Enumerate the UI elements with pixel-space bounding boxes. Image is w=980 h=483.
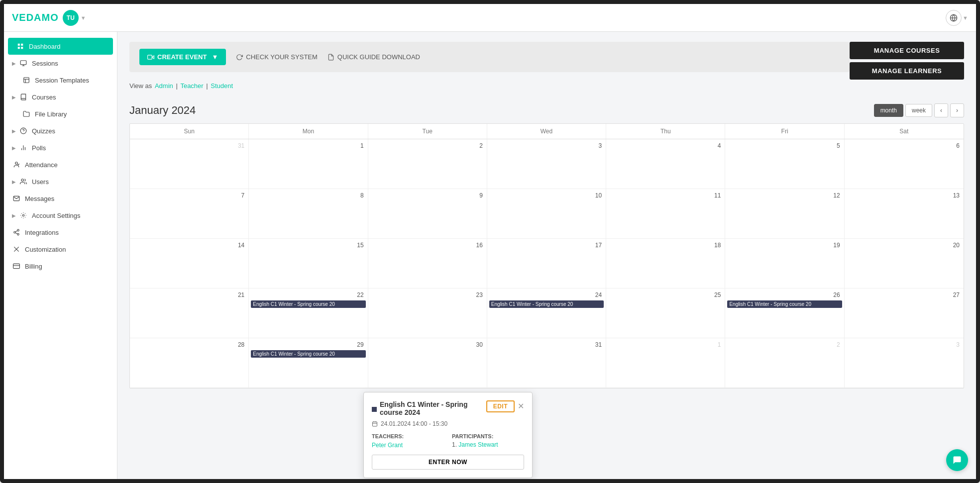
account-settings-arrow: ▶	[12, 213, 16, 218]
sidebar-item-customization[interactable]: Customization	[4, 241, 117, 258]
calendar-cell-14: 13	[845, 189, 964, 239]
popup-participants-col: Participants: 1. James Stewart	[452, 433, 524, 449]
svg-line-21	[15, 233, 17, 234]
sidebar-item-messages[interactable]: Messages	[4, 190, 117, 207]
calendar-cell-18: 17	[487, 239, 606, 289]
calendar-cell-25: 24English C1 Winter - Spring course 20	[487, 289, 606, 338]
calendar-cell-3: 2	[368, 139, 487, 189]
check-system-link[interactable]: CHECK YOUR SYSTEM	[236, 53, 318, 61]
event-tag[interactable]: English C1 Winter - Spring course 20	[251, 300, 365, 308]
sidebar-item-dashboard[interactable]: Dashboard	[8, 38, 113, 55]
quizzes-icon	[19, 126, 28, 135]
close-popup-button[interactable]: ✕	[518, 402, 524, 410]
calendar-icon	[372, 421, 378, 427]
sidebar-item-label: Users	[32, 178, 49, 186]
week-view-button[interactable]: week	[905, 104, 932, 117]
sidebar-item-label: Attendance	[25, 161, 58, 169]
view-as-teacher[interactable]: Teacher	[180, 82, 203, 90]
sidebar-item-quizzes[interactable]: ▶ Quizzes	[4, 122, 117, 139]
day-sun: Sun	[130, 124, 249, 139]
next-month-button[interactable]: ›	[950, 103, 964, 117]
popup-actions: EDIT ✕	[486, 400, 524, 412]
right-actions: MANAGE COURSES MANAGE LEARNERS	[850, 42, 964, 80]
svg-rect-7	[24, 78, 29, 83]
attendance-icon	[12, 160, 21, 169]
users-arrow: ▶	[12, 179, 16, 185]
sidebar-item-session-templates[interactable]: Session Templates	[4, 72, 117, 89]
svg-rect-5	[21, 47, 23, 49]
calendar-cell-21: 20	[845, 239, 964, 289]
prev-month-button[interactable]: ‹	[934, 103, 948, 117]
quick-guide-link[interactable]: QUICK GUIDE DOWNLOAD	[327, 53, 420, 61]
calendar-days-header: Sun Mon Tue Wed Thu Fri Sat	[130, 124, 964, 139]
calendar-cell-15: 14	[130, 239, 249, 289]
avatar-button[interactable]: TU	[63, 10, 79, 26]
account-menu-button[interactable]	[946, 10, 962, 26]
billing-icon	[12, 262, 21, 271]
calendar-cell-20: 19	[725, 239, 844, 289]
view-as-student[interactable]: Student	[211, 82, 233, 90]
event-tag[interactable]: English C1 Winter - Spring course 20	[251, 350, 365, 358]
calendar-cell-34: 2	[725, 338, 844, 388]
sidebar-item-label: Session Templates	[35, 77, 89, 84]
sidebar-item-label: File Library	[35, 110, 67, 118]
create-event-button[interactable]: CREATE EVENT ▼	[139, 49, 226, 65]
svg-point-18	[17, 229, 19, 231]
chat-icon	[952, 455, 962, 465]
calendar-cells: 3112345678910111213141516171819202122Eng…	[130, 139, 964, 388]
account-dropdown-arrow[interactable]: ▼	[963, 15, 968, 21]
sidebar-item-courses[interactable]: ▶ Courses	[4, 89, 117, 105]
calendar-cell-1: 31	[130, 139, 249, 189]
courses-arrow: ▶	[12, 95, 16, 100]
sidebar-item-label: Polls	[32, 144, 46, 152]
create-event-dropdown-arrow: ▼	[212, 53, 218, 61]
users-icon	[19, 177, 28, 186]
calendar-cell-35: 3	[845, 338, 964, 388]
sidebar-item-label: Courses	[32, 94, 56, 101]
svg-rect-6	[20, 61, 26, 65]
calendar-cell-17: 16	[368, 239, 487, 289]
teacher-link[interactable]: Peter Grant	[372, 442, 403, 449]
calendar-cell-7: 6	[845, 139, 964, 189]
sidebar-item-label: Account Settings	[32, 212, 81, 219]
sidebar-item-polls[interactable]: ▶ Polls	[4, 139, 117, 156]
sidebar-item-label: Dashboard	[29, 43, 61, 50]
view-as-admin[interactable]: Admin	[155, 82, 173, 90]
sessions-arrow: ▶	[12, 61, 16, 66]
participants-list: 1. James Stewart	[452, 441, 524, 448]
manage-courses-button[interactable]: MANAGE COURSES	[850, 42, 964, 59]
action-bar: CREATE EVENT ▼ CHECK YOUR SYSTEM QUICK G…	[129, 42, 850, 72]
sidebar-item-attendance[interactable]: Attendance	[4, 156, 117, 173]
calendar-cell-31: 30	[368, 338, 487, 388]
sidebar-item-integrations[interactable]: Integrations	[4, 224, 117, 241]
svg-point-19	[14, 231, 16, 233]
sidebar-item-account-settings[interactable]: ▶ Account Settings	[4, 207, 117, 224]
avatar-dropdown[interactable]: ▼	[81, 15, 86, 21]
event-tag[interactable]: English C1 Winter - Spring course 20	[489, 300, 604, 308]
calendar-cell-9: 8	[249, 189, 368, 239]
sidebar-item-sessions[interactable]: ▶ Sessions	[4, 55, 117, 72]
event-tag[interactable]: English C1 Winter - Spring course 20	[727, 300, 842, 308]
chat-bubble-button[interactable]	[946, 449, 968, 471]
sidebar-item-billing[interactable]: Billing	[4, 258, 117, 275]
manage-learners-button[interactable]: MANAGE LEARNERS	[850, 62, 964, 80]
month-view-button[interactable]: month	[874, 104, 903, 117]
session-templates-icon	[22, 76, 31, 85]
edit-event-button[interactable]: EDIT	[486, 400, 515, 412]
calendar-cell-19: 18	[606, 239, 725, 289]
customization-icon	[12, 245, 21, 254]
participant-link[interactable]: James Stewart	[458, 441, 498, 448]
quizzes-arrow: ▶	[12, 128, 16, 134]
polls-arrow: ▶	[12, 145, 16, 151]
svg-rect-2	[18, 44, 20, 46]
day-sat: Sat	[845, 124, 964, 139]
enter-now-button[interactable]: ENTER NOW	[372, 455, 524, 470]
calendar-cell-33: 1	[606, 338, 725, 388]
day-thu: Thu	[606, 124, 725, 139]
sidebar-item-users[interactable]: ▶ Users	[4, 173, 117, 190]
svg-rect-4	[18, 47, 20, 49]
sidebar-item-file-library[interactable]: File Library	[4, 105, 117, 122]
popup-date: 24.01.2024 14:00 - 15:30	[372, 420, 524, 427]
calendar-cell-11: 10	[487, 189, 606, 239]
calendar-cell-13: 12	[725, 189, 844, 239]
